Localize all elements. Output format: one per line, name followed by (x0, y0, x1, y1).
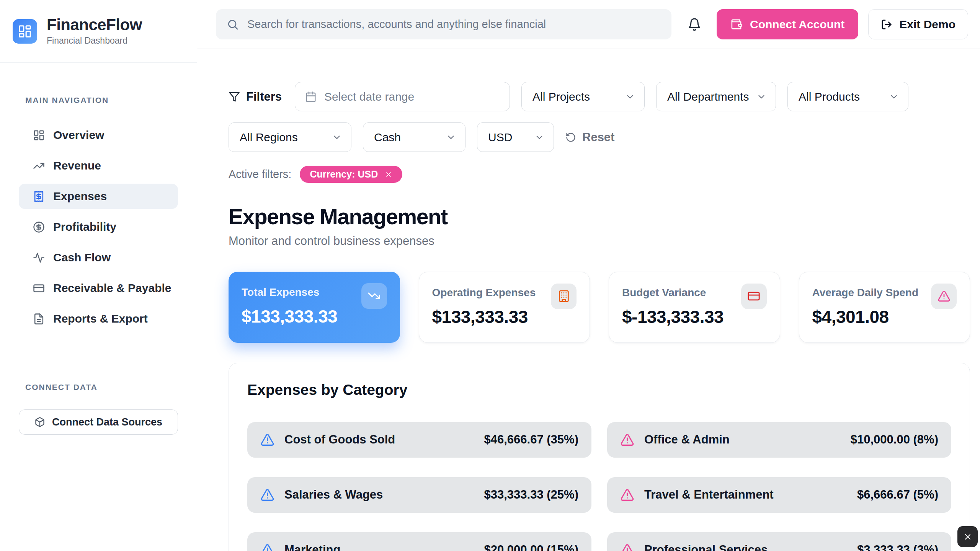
x-icon[interactable] (385, 171, 392, 178)
stat-card-average-daily-spend: Average Daily Spend $4,301.08 (799, 272, 970, 343)
sidebar-item-label: Revenue (53, 159, 101, 172)
connect-account-button[interactable]: Connect Account (717, 9, 858, 39)
page-head: Expense Management Monitor and control b… (229, 205, 970, 248)
filters-label: Filters (229, 90, 282, 104)
sidebar-item-profitability[interactable]: Profitability (19, 214, 178, 240)
connect-account-label: Connect Account (750, 18, 844, 31)
credit-card-icon (33, 282, 45, 294)
chevron-down-icon (534, 132, 544, 142)
trending-down-icon (368, 289, 381, 302)
projects-select[interactable]: All Projects (521, 82, 645, 111)
category-grid: Cost of Goods Sold $46,666.67 (35%) Offi… (247, 422, 951, 551)
sidebar-item-label: Reports & Export (53, 312, 148, 325)
connect-data-sources-label: Connect Data Sources (52, 416, 162, 428)
exit-demo-label: Exit Demo (899, 18, 956, 31)
stat-value: $4,301.08 (812, 306, 919, 327)
stat-label: Total Expenses (242, 286, 337, 298)
stat-label: Average Daily Spend (812, 287, 919, 299)
stat-icon-chip (361, 283, 387, 309)
file-text-icon (33, 313, 45, 325)
sidebar-item-overview[interactable]: Overview (19, 122, 178, 148)
alert-triangle-icon (260, 543, 274, 551)
notifications-button[interactable] (686, 15, 703, 34)
bell-icon (688, 18, 701, 31)
building-icon (557, 290, 570, 303)
alert-triangle-icon (620, 543, 634, 551)
trending-up-icon (33, 160, 45, 172)
departments-select[interactable]: All Departments (656, 82, 776, 111)
sidebar-item-label: Cash Flow (53, 251, 111, 264)
rotate-ccw-icon (565, 132, 576, 143)
sidebar-item-revenue[interactable]: Revenue (19, 153, 178, 178)
chevron-down-icon (756, 92, 766, 102)
stat-icon-chip (551, 284, 577, 309)
sidebar-item-expenses[interactable]: Expenses (19, 184, 178, 209)
alert-triangle-icon (260, 433, 274, 447)
expenses-by-category-title: Expenses by Category (247, 381, 951, 398)
products-select[interactable]: All Products (787, 82, 908, 111)
search-bar[interactable] (216, 9, 671, 39)
regions-select[interactable]: All Regions (229, 122, 351, 152)
category-value: $6,666.67 (5%) (857, 488, 938, 502)
connect-data-heading: CONNECT DATA (25, 383, 197, 392)
cash-basis-select[interactable]: Cash (363, 122, 466, 152)
stat-card-budget-variance: Budget Variance $-133,333.33 (609, 272, 780, 343)
main-content: Filters Select date range All Projects A… (197, 49, 980, 551)
sidebar: FinanceFlow Financial Dashboard MAIN NAV… (0, 0, 197, 551)
wallet-icon (730, 18, 742, 30)
stat-icon-chip (931, 284, 957, 309)
category-label: Marketing (284, 543, 340, 551)
chevron-down-icon (332, 132, 342, 142)
search-input[interactable] (247, 18, 661, 31)
alert-triangle-icon (260, 488, 274, 502)
category-row-office-admin: Office & Admin $10,000.00 (8%) (607, 422, 951, 458)
stat-value: $133,333.33 (242, 306, 337, 327)
section-divider (229, 193, 970, 193)
sidebar-item-cash-flow[interactable]: Cash Flow (19, 245, 178, 270)
sidebar-item-label: Receivable & Payable (53, 282, 172, 295)
chevron-down-icon (446, 132, 456, 142)
category-row-cost-of-goods-sold: Cost of Goods Sold $46,666.67 (35%) (247, 422, 591, 458)
content-area: Connect Account Exit Demo Filters Select… (197, 0, 980, 551)
main-navigation: Overview Revenue Expenses Profitability … (0, 122, 197, 331)
stat-value: $-133,333.33 (622, 306, 724, 327)
currency-select[interactable]: USD (477, 122, 554, 152)
app-logo-icon (13, 19, 37, 44)
stat-cards: Total Expenses $133,333.33 Operating Exp… (229, 272, 970, 343)
category-label: Salaries & Wages (284, 488, 383, 502)
date-range-placeholder: Select date range (324, 90, 414, 103)
date-range-input[interactable]: Select date range (295, 82, 510, 111)
x-icon (963, 532, 972, 541)
exit-demo-button[interactable]: Exit Demo (868, 9, 968, 39)
brand: FinanceFlow Financial Dashboard (0, 0, 197, 63)
sidebar-item-label: Overview (53, 129, 104, 142)
search-icon (227, 18, 239, 31)
chevron-down-icon (625, 92, 635, 102)
close-overlay-button[interactable] (957, 526, 978, 547)
category-label: Travel & Entertainment (644, 488, 774, 502)
brand-text: FinanceFlow Financial Dashboard (47, 16, 142, 46)
stat-value: $133,333.33 (432, 306, 536, 327)
alert-triangle-icon (938, 290, 951, 303)
category-label: Professional Services (644, 543, 768, 551)
connect-data-sources-button[interactable]: Connect Data Sources (19, 409, 178, 435)
alert-triangle-icon (620, 433, 634, 447)
category-value: $33,333.33 (25%) (484, 488, 578, 502)
stat-label: Budget Variance (622, 287, 724, 299)
activity-icon (33, 252, 45, 264)
expenses-by-category-card: Expenses by Category Cost of Goods Sold … (229, 363, 970, 551)
reset-filters-button[interactable]: Reset (565, 130, 614, 144)
active-filter-chip-currency[interactable]: Currency: USD (300, 166, 402, 183)
sidebar-item-reports-export[interactable]: Reports & Export (19, 306, 178, 331)
sidebar-item-receivable-payable[interactable]: Receivable & Payable (19, 276, 178, 301)
sidebar-item-label: Profitability (53, 220, 116, 233)
stat-card-operating-expenses: Operating Expenses $133,333.33 (419, 272, 590, 343)
funnel-icon (229, 91, 240, 103)
category-label: Office & Admin (644, 433, 730, 447)
app-subtitle: Financial Dashboard (47, 36, 142, 46)
page-title: Expense Management (229, 205, 970, 229)
category-row-salaries-wages: Salaries & Wages $33,333.33 (25%) (247, 477, 591, 513)
logout-icon (881, 19, 892, 30)
chevron-down-icon (889, 92, 899, 102)
stat-card-total-expenses: Total Expenses $133,333.33 (229, 272, 400, 343)
